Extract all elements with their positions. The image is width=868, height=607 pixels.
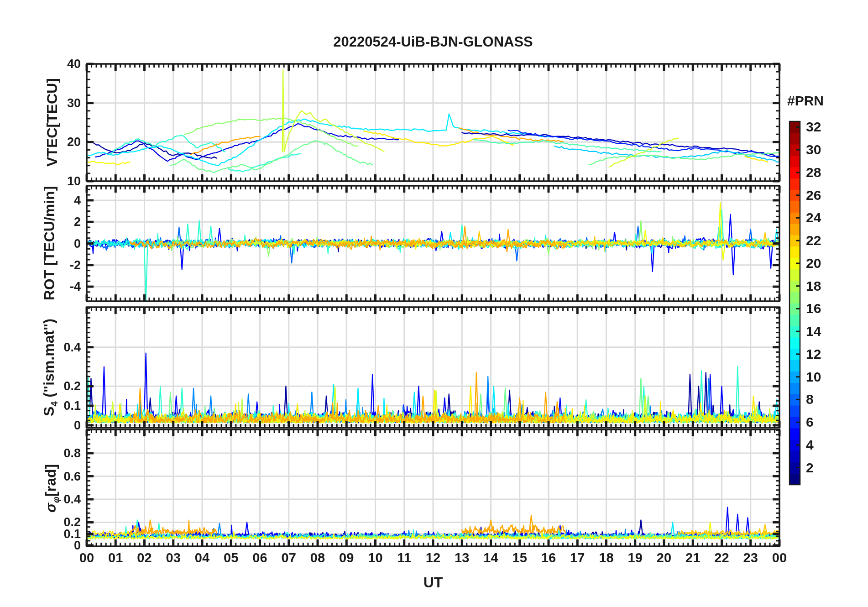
- colorbar-tick-label: 18: [806, 278, 847, 294]
- colorbar-tick-label: 22: [806, 233, 847, 248]
- colorbar-title: #PRN: [776, 93, 835, 109]
- y-tick-label: 0: [23, 236, 81, 251]
- colorbar-tick-label: 8: [806, 392, 847, 407]
- y-tick-label: 0.6: [23, 469, 81, 484]
- y-tick-label: 4: [23, 193, 81, 208]
- plot-canvas: [0, 0, 868, 607]
- colorbar-tick-label: 24: [806, 210, 847, 225]
- y-axis-label-vtec: VTEC[TECU]: [44, 78, 61, 167]
- colorbar-tick-label: 4: [806, 437, 847, 453]
- colorbar-tick-label: 14: [806, 324, 847, 339]
- y-tick-label: 10: [23, 174, 81, 188]
- colorbar-tick-label: 16: [806, 301, 847, 316]
- y-tick-label: 40: [23, 57, 81, 71]
- y-tick-label: 0: [23, 418, 81, 433]
- colorbar-tick-label: 2: [806, 460, 847, 476]
- y-axis-label-text: VTEC[TECU]: [44, 78, 60, 167]
- y-tick-label: -2: [23, 258, 81, 272]
- colorbar-tick-label: 26: [806, 188, 847, 203]
- colorbar-tick-label: 10: [806, 369, 847, 385]
- y-tick-label: 2: [23, 215, 81, 229]
- y-tick-label: 20: [23, 135, 81, 149]
- chart-title: 20220524-UiB-BJN-GLONASS: [87, 34, 779, 50]
- colorbar-tick-label: 20: [806, 256, 847, 271]
- y-tick-label: 0.4: [23, 492, 81, 507]
- figure: 20220524-UiB-BJN-GLONASS VTEC[TECU] ROT …: [0, 0, 868, 607]
- x-tick-label: 00: [761, 550, 798, 565]
- colorbar-tick-label: 6: [806, 414, 847, 430]
- colorbar-tick-label: 12: [806, 346, 847, 362]
- y-tick-label: 0.8: [23, 446, 81, 460]
- colorbar-tick-label: 28: [806, 165, 847, 180]
- y-tick-label: 0.4: [23, 340, 81, 355]
- y-tick-label: -4: [23, 279, 81, 294]
- y-tick-label: 30: [23, 96, 81, 110]
- colorbar-tick-label: 30: [806, 142, 847, 157]
- x-axis-label: UT: [87, 574, 779, 591]
- y-tick-label: 0.2: [23, 379, 81, 393]
- colorbar-tick-label: 32: [806, 119, 847, 135]
- y-tick-label: 0.1: [23, 398, 81, 413]
- y-tick-label: 0: [23, 538, 81, 553]
